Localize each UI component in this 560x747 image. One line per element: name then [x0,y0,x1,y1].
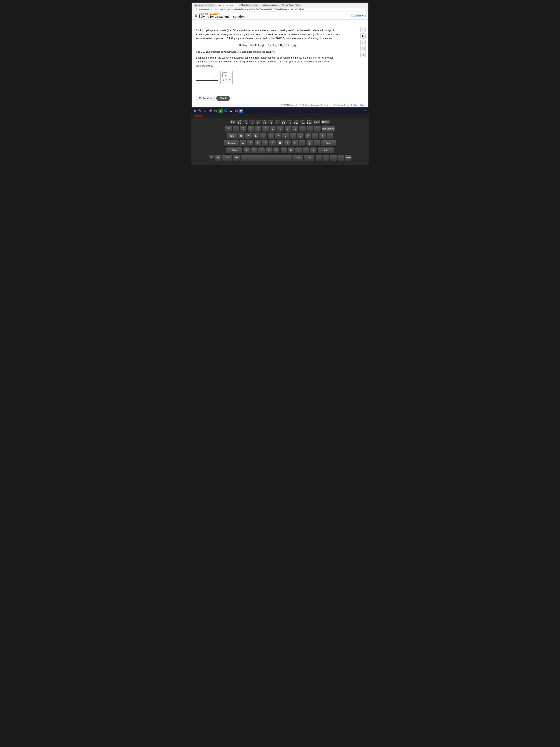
tab-2-aleks[interactable]: ALEKS - Cameron Hi... [216,4,239,7]
collapse-control[interactable]: ⌄ [196,22,340,27]
key-ctrl-right[interactable]: Ctrl [304,155,315,161]
key-t[interactable]: T [267,133,274,139]
key-shift-left[interactable]: Shift [226,147,243,154]
key-f7[interactable]: ✈F7 [274,120,280,125]
collapse-icon[interactable]: ⌄ [196,23,198,26]
key-enter[interactable]: Enter [321,140,336,146]
key-x[interactable]: X [251,147,258,154]
taskbar-app3-icon[interactable]: C [229,109,233,113]
key-windows[interactable]: ⊞ [215,155,221,161]
key-f3[interactable]: ▶▶F3 [249,120,255,125]
key-alt-right[interactable]: Alt [293,155,303,161]
key-j[interactable]: J [284,140,291,146]
key-delete[interactable]: Delete [321,120,330,125]
key-f6[interactable]: 🖥F6 [268,120,274,125]
side-icon-chart[interactable]: 📊 [361,40,366,45]
taskbar-app4-icon[interactable]: 🌐 [234,109,238,113]
key-semicolon[interactable]: :; [306,140,313,146]
tab-5-ellucian[interactable]: Ellucian Degree Wor... [281,4,302,7]
check-button[interactable]: Check [216,96,230,101]
side-icon-box[interactable]: ⬜ [361,46,366,51]
taskbar-app2-icon[interactable]: L [218,109,222,113]
taskbar-media-icon[interactable]: 🎬 [208,109,212,113]
key-b[interactable]: B [273,147,279,154]
key-s[interactable]: S [247,140,254,146]
key-f11[interactable]: ☀+F11 [300,120,305,125]
key-f2[interactable]: ◀▶F2 [243,120,248,125]
key-alt-left[interactable]: Alt [222,155,233,161]
key-capslock[interactable]: CapsLk [224,140,239,146]
key-shift-right[interactable]: Shift [317,147,334,154]
key-f5[interactable]: CF5 [262,120,267,125]
key-w[interactable]: W [245,133,252,139]
key-esc[interactable]: Esc [230,120,236,125]
key-u[interactable]: U [282,133,289,139]
side-icon-notes[interactable]: 🗒 [361,52,366,57]
taskbar-word-icon[interactable]: W [239,109,243,113]
key-f9[interactable]: □F9 [287,120,293,125]
help-button[interactable]: ? [229,78,231,82]
key-9[interactable]: (9 [292,126,298,132]
key-6[interactable]: ^6 [270,126,276,132]
key-home[interactable]: Home [345,155,352,161]
key-bracket-close[interactable]: }] [319,133,326,139]
key-p[interactable]: P [304,133,311,139]
taskbar-windows-icon[interactable]: ⊞ [193,109,197,113]
taskbar-search-icon[interactable]: 🔍 [198,109,202,113]
key-minus[interactable]: _- [307,126,313,132]
key-o[interactable]: O [297,133,304,139]
key-arrow-up[interactable]: ↑ [315,155,322,161]
key-insert[interactable]: Insert [313,120,321,125]
taskbar-desktop-icon[interactable]: □ [203,109,207,113]
side-icon-document[interactable]: 📄 [361,27,366,32]
taskbar-app1-icon[interactable]: 🎮 [213,109,217,113]
explanation-button[interactable]: Explanation [196,96,215,101]
key-d[interactable]: D [255,140,261,146]
key-equals[interactable]: += [314,126,321,132]
key-7[interactable]: &7 [277,126,284,132]
hamburger-icon[interactable]: ☰ [194,14,197,18]
tab-4-seaport[interactable]: mySeaport - Home [261,4,279,7]
key-period[interactable]: >. [302,147,309,154]
clear-button[interactable]: × [222,78,224,82]
key-backtick[interactable]: ~` [225,126,232,132]
key-f1[interactable]: ◀◀F1 [237,120,242,125]
key-arrow-down[interactable]: ↓ [323,155,329,161]
key-y[interactable]: Y [275,133,282,139]
key-1[interactable]: !1 [233,126,239,132]
key-slash[interactable]: ?/ [310,147,317,154]
key-comma[interactable]: <, [295,147,302,154]
key-f12[interactable]: PrtScF12 [306,120,312,125]
undo-button[interactable]: ↺ [225,78,228,82]
key-backspace[interactable]: Backspace [321,126,335,132]
key-3[interactable]: #3 [247,126,254,132]
key-backslash[interactable]: |\ [327,133,334,139]
key-f10[interactable]: ☀F10 [293,120,299,125]
key-z[interactable]: Z [243,147,250,154]
taskbar-browser-icon[interactable]: 🌐 [224,109,228,113]
key-arrow-left[interactable]: ← [330,155,337,161]
key-c[interactable]: C [258,147,265,154]
tab-1[interactable]: Answered: I need hel... [194,4,216,7]
key-v[interactable]: V [266,147,272,154]
key-g[interactable]: G [269,140,276,146]
key-tab[interactable]: Tab [227,133,237,139]
tab-3-chem[interactable]: Chem help - merpro... [239,4,260,7]
footer-accessibility[interactable]: Accessibility [354,104,364,106]
key-m[interactable]: M [288,147,294,154]
key-8[interactable]: *8 [285,126,291,132]
key-2[interactable]: @2 [240,126,247,132]
key-q[interactable]: Q [238,133,244,139]
key-e[interactable]: E [252,133,259,139]
key-quote[interactable]: "' [314,140,320,146]
footer-privacy[interactable]: Privacy Center [337,104,349,106]
key-0[interactable]: )0 [299,126,306,132]
key-f4[interactable]: ✕F4 [256,120,261,125]
key-i[interactable]: I [290,133,296,139]
key-a[interactable]: A [240,140,246,146]
subscript-tool-button[interactable]: □x [222,73,227,77]
key-f[interactable]: F [262,140,268,146]
key-arrow-right[interactable]: → [338,155,344,161]
key-emoji[interactable]: ⌨ [233,155,240,161]
key-l[interactable]: L [299,140,305,146]
